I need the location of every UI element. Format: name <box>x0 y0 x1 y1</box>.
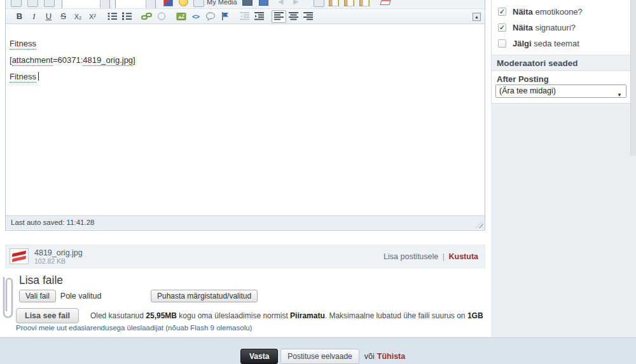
attachment-meta: 4819_orig.jpg 102.82 KB <box>34 248 83 265</box>
align-center-icon[interactable] <box>286 10 301 23</box>
add-file-row: Lisa see fail Oled kasutanud 25,95MB kog… <box>16 308 483 323</box>
option-show-signature[interactable]: ✓ Näita signatuuri? <box>498 22 576 33</box>
insert-code-icon[interactable]: <> <box>188 10 203 23</box>
option-label: Näita signatuuri? <box>513 23 576 32</box>
italic-button[interactable]: I <box>27 10 41 23</box>
cut-icon[interactable] <box>314 0 324 7</box>
post-options-panel: ✓ Näita emotikoone? ✓ Näita signatuuri? … <box>491 0 630 104</box>
bold-button[interactable]: B <box>12 10 27 23</box>
attachment-actions: Lisa postitusele | Kustuta <box>384 252 478 261</box>
reply-page: ✓ Näita emotikoone? ✓ Näita signatuuri? … <box>0 0 636 364</box>
cancel-link[interactable]: Tühista <box>377 352 405 361</box>
attachment-filesize: 102.82 KB <box>34 257 83 265</box>
flag-icon[interactable] <box>218 10 232 23</box>
insert-image-icon[interactable] <box>174 10 188 23</box>
superscript-button[interactable]: X² <box>85 10 100 23</box>
toolbar-collapse-button[interactable]: ▲ <box>473 13 481 21</box>
my-media-button[interactable]: My Media <box>207 0 237 6</box>
numbered-list-icon[interactable] <box>120 10 134 23</box>
add-to-post-link[interactable]: Lisa postitusele <box>384 252 438 261</box>
after-posting-value: (Ära tee midagi) <box>499 86 556 95</box>
align-right-icon[interactable] <box>301 10 315 23</box>
editor-textarea[interactable]: Fitness [attachment=60371:4819_orig.jpg]… <box>6 24 485 215</box>
option-show-emoticons[interactable]: ✓ Näita emotikoone? <box>498 6 583 17</box>
separator: | <box>443 252 445 261</box>
text-color-icon[interactable] <box>163 0 173 6</box>
no-file-selected-text: Pole valitud <box>60 292 102 300</box>
checkbox-show-signature[interactable]: ✓ <box>498 24 506 32</box>
upload-usage-text: Oled kasutanud 25,95MB kogu oma üleslaad… <box>90 311 483 320</box>
clear-selected-button[interactable]: Puhasta märgistatud/valitud <box>151 290 258 302</box>
preview-button[interactable]: Postituse eelvaade <box>280 349 359 364</box>
footer-actions: Vasta Postituse eelvaade või Tühista <box>240 349 405 364</box>
paperclip-icon <box>1 274 15 325</box>
text-cursor <box>38 72 39 81</box>
editor-toolbar-row2: B I U S X₂ X² <> <box>6 9 485 24</box>
checkbox-show-emoticons[interactable]: ✓ <box>498 8 506 16</box>
attachment-filename: 4819_orig.jpg <box>34 248 83 257</box>
table-icon[interactable] <box>242 0 252 6</box>
editor-status-bar: Last auto saved: 11:41.28 <box>6 215 485 229</box>
moderator-settings-header: Moderaatori seaded <box>492 55 630 71</box>
templates-icon[interactable] <box>44 0 55 7</box>
or-text: või <box>364 352 375 361</box>
upload-section-title: Lisa faile <box>19 274 63 287</box>
unlink-icon[interactable] <box>154 10 169 23</box>
bullet-list-icon[interactable] <box>105 10 120 23</box>
source-icon[interactable] <box>11 0 22 7</box>
option-label: Näita emotikoone? <box>513 7 583 17</box>
option-label: Jälgi seda teemat <box>513 39 579 48</box>
resize-handle[interactable] <box>476 220 483 228</box>
insert-link-icon[interactable] <box>139 10 154 23</box>
subscript-button[interactable]: X₂ <box>71 10 85 23</box>
emoticon-icon[interactable] <box>179 0 188 6</box>
post-editor: My Media ◀ ▶ B I U S X₂ X² <> <box>5 0 485 231</box>
preview-icon[interactable] <box>27 0 38 7</box>
editor-line: Fitness <box>10 69 481 85</box>
delete-attachment-link[interactable]: Kustuta <box>448 252 478 261</box>
file-input: Vali fail Pole valitud <box>19 290 101 302</box>
copy-icon[interactable] <box>329 0 339 6</box>
remove-format-icon[interactable] <box>380 0 392 5</box>
scrollbar[interactable] <box>630 0 636 156</box>
choose-file-button[interactable]: Vali fail <box>19 290 56 302</box>
underline-button[interactable]: U <box>41 10 56 23</box>
attachment-row: 4819_orig.jpg 102.82 KB Lisa postitusele… <box>5 245 485 268</box>
after-posting-label: After Posting <box>497 74 549 84</box>
reply-button[interactable]: Vasta <box>240 349 278 364</box>
indent-icon[interactable] <box>252 10 266 23</box>
option-follow-topic[interactable]: Jälgi seda teemat <box>498 37 579 49</box>
checkbox-follow-topic[interactable] <box>498 39 506 48</box>
paste-word-icon[interactable] <box>359 0 370 6</box>
editor-line: [attachment=60371:4819_orig.jpg] <box>10 52 481 69</box>
insert-quote-icon[interactable] <box>203 10 218 23</box>
chevron-down-icon: ▼ <box>617 89 622 101</box>
size-select[interactable] <box>115 0 156 9</box>
outdent-icon[interactable] <box>237 10 252 23</box>
media-icon[interactable] <box>193 0 204 7</box>
add-file-button[interactable]: Lisa see fail <box>16 308 79 323</box>
paste-icon[interactable] <box>344 0 354 6</box>
redo-icon[interactable]: ▶ <box>293 0 298 6</box>
attachment-thumbnail <box>10 248 29 264</box>
undo-icon[interactable]: ◀ <box>278 0 283 6</box>
autosave-status: Last auto saved: 11:41.28 <box>11 219 95 226</box>
after-posting-select[interactable]: (Ära tee midagi) ▼ <box>495 84 626 98</box>
font-select[interactable] <box>62 0 110 9</box>
align-left-icon[interactable] <box>272 10 286 23</box>
strikethrough-button[interactable]: S <box>56 10 71 23</box>
flash-uploader-link[interactable]: Proovi meie uut edasiarendusega üleslaad… <box>16 324 252 332</box>
special-char-icon[interactable] <box>259 0 268 6</box>
editor-toolbar-row1: My Media ◀ ▶ <box>6 0 485 9</box>
editor-line: Fitness <box>10 36 481 52</box>
